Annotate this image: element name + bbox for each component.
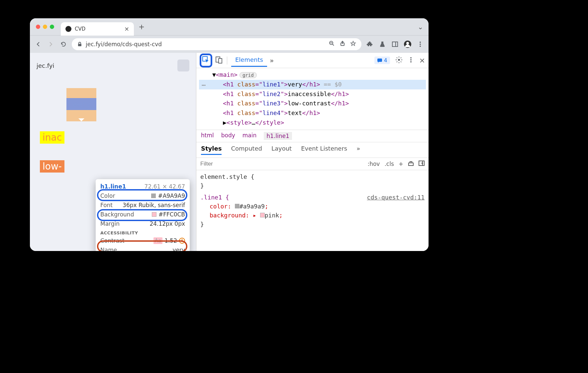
- menu-icon[interactable]: [416, 40, 425, 49]
- add-rule-icon[interactable]: +: [399, 161, 403, 167]
- device-toggle[interactable]: [215, 56, 223, 65]
- devtools-panel: Elements » 4 × ▼<main>grid <h1 class="li…: [196, 53, 429, 251]
- contrast-sample: Aa: [153, 237, 162, 244]
- breadcrumb: html body main h1.line1: [196, 130, 429, 142]
- labs-icon[interactable]: [378, 40, 387, 49]
- line3-element[interactable]: low-: [40, 160, 64, 173]
- extensions-icon[interactable]: [365, 40, 374, 49]
- font-value: 36px Rubik, sans-serif: [123, 202, 185, 208]
- titlebar: CVD × + ⌄: [30, 18, 429, 36]
- tooltip-dimensions: 72.61 × 42.67: [145, 183, 185, 190]
- close-devtools-icon[interactable]: ×: [419, 56, 425, 64]
- inspect-icon[interactable]: [202, 56, 210, 64]
- svg-rect-21: [419, 161, 424, 166]
- svg-rect-20: [409, 163, 413, 166]
- svg-point-16: [398, 59, 400, 61]
- share-icon[interactable]: [340, 41, 345, 48]
- grid-badge[interactable]: grid: [240, 72, 257, 78]
- inspector-tooltip: h1.line172.61 × 42.67 Color#A9A9A9 Font3…: [96, 179, 190, 251]
- cls-button[interactable]: .cls: [384, 161, 394, 167]
- more-style-tabs-icon[interactable]: »: [356, 145, 360, 155]
- window-controls: [36, 25, 54, 29]
- css-rules[interactable]: element.style { } .line1 {cds-quest-cvd:…: [196, 170, 429, 231]
- toolbar: jec.fyi/demo/cds-quest-cvd: [30, 36, 429, 53]
- maximize-window[interactable]: [50, 25, 54, 29]
- svg-point-11: [420, 46, 421, 47]
- name-label: Name: [100, 247, 117, 251]
- svg-rect-0: [78, 44, 81, 46]
- svg-point-8: [406, 42, 409, 45]
- styles-tab[interactable]: Styles: [201, 145, 222, 155]
- new-tab-button[interactable]: +: [139, 23, 145, 31]
- crumb-html[interactable]: html: [201, 132, 214, 140]
- tooltip-selector: h1.line1: [100, 183, 126, 190]
- favicon: [65, 26, 71, 32]
- line2-element[interactable]: inac: [40, 131, 64, 144]
- elements-tab[interactable]: Elements: [231, 54, 267, 67]
- forward-button[interactable]: [47, 40, 55, 49]
- sidepanel-icon[interactable]: [391, 40, 399, 49]
- more-tabs-icon[interactable]: »: [270, 57, 274, 64]
- address-bar[interactable]: jec.fyi/demo/cds-quest-cvd: [72, 38, 361, 50]
- bg-swatch: [152, 212, 156, 217]
- close-tab-icon[interactable]: ×: [124, 25, 129, 32]
- crumb-main[interactable]: main: [243, 132, 256, 140]
- a11y-section: ACCESSIBILITY: [96, 228, 190, 236]
- more-icon[interactable]: [408, 57, 414, 64]
- messages-count[interactable]: 4: [374, 57, 390, 64]
- tab-title: CVD: [75, 26, 85, 32]
- svg-point-9: [420, 42, 421, 43]
- url: jec.fyi/demo/cds-quest-cvd: [86, 41, 162, 48]
- minimize-window[interactable]: [43, 25, 47, 29]
- bg-value: #FFC0CB: [158, 211, 185, 218]
- filter-row: :hov .cls +: [196, 158, 429, 170]
- settings-icon[interactable]: [395, 56, 403, 65]
- svg-rect-14: [219, 59, 222, 63]
- source-link[interactable]: cds-quest-cvd:11: [367, 193, 425, 202]
- color-swatch: [151, 193, 156, 198]
- bg-label: Background: [100, 211, 134, 218]
- svg-point-17: [410, 57, 412, 59]
- page-title: jec.fyi: [37, 62, 54, 69]
- contrast-value: 1.52: [164, 237, 177, 244]
- filter-input[interactable]: [196, 158, 363, 170]
- crumb-body[interactable]: body: [221, 132, 235, 140]
- styles-tabs: Styles Computed Layout Event Listeners »: [196, 142, 429, 158]
- dom-tree[interactable]: ▼<main>grid <h1 class="line1">very</h1> …: [196, 68, 429, 130]
- close-window[interactable]: [36, 25, 40, 29]
- back-button[interactable]: [34, 40, 43, 49]
- tabs-dropdown-icon[interactable]: ⌄: [418, 23, 423, 31]
- listeners-tab[interactable]: Event Listeners: [301, 145, 347, 155]
- svg-point-18: [410, 59, 412, 61]
- devtools-tabs: Elements » 4 ×: [196, 53, 429, 68]
- svg-point-10: [420, 44, 421, 45]
- star-icon[interactable]: [350, 41, 356, 48]
- color-label: Color: [100, 192, 115, 199]
- layout-tab[interactable]: Layout: [271, 145, 292, 155]
- contrast-label: Contrast: [100, 237, 125, 244]
- zoom-icon[interactable]: [329, 41, 335, 48]
- inspect-button-highlight: [200, 54, 212, 67]
- svg-rect-5: [392, 42, 398, 47]
- hov-button[interactable]: :hov: [367, 161, 380, 167]
- warning-icon: !: [179, 238, 185, 244]
- profile-icon[interactable]: [403, 40, 412, 49]
- svg-line-2: [333, 44, 334, 46]
- line1-element[interactable]: very: [66, 88, 96, 121]
- crumb-h1[interactable]: h1.line1: [264, 132, 292, 140]
- computed-tab[interactable]: Computed: [231, 145, 262, 155]
- reload-button[interactable]: [59, 40, 68, 49]
- dark-mode-toggle[interactable]: [177, 60, 189, 71]
- line1-text: very: [66, 98, 96, 110]
- css-color-swatch[interactable]: [235, 204, 240, 208]
- panel-icon[interactable]: [419, 160, 425, 168]
- browser-tab[interactable]: CVD ×: [61, 22, 134, 36]
- page-content: jec.fyi very inac low- h1.line172.61 × 4…: [30, 53, 196, 251]
- browser-window: CVD × + ⌄ jec.fyi/demo/cds-quest-cvd jec…: [30, 18, 429, 251]
- svg-rect-15: [377, 59, 382, 62]
- margin-label: Margin: [100, 220, 120, 227]
- css-bg-swatch[interactable]: [260, 213, 265, 217]
- brush-icon[interactable]: [408, 160, 414, 168]
- font-label: Font: [100, 202, 113, 208]
- selected-node: <h1 class="line1">very</h1> == $0: [199, 80, 426, 89]
